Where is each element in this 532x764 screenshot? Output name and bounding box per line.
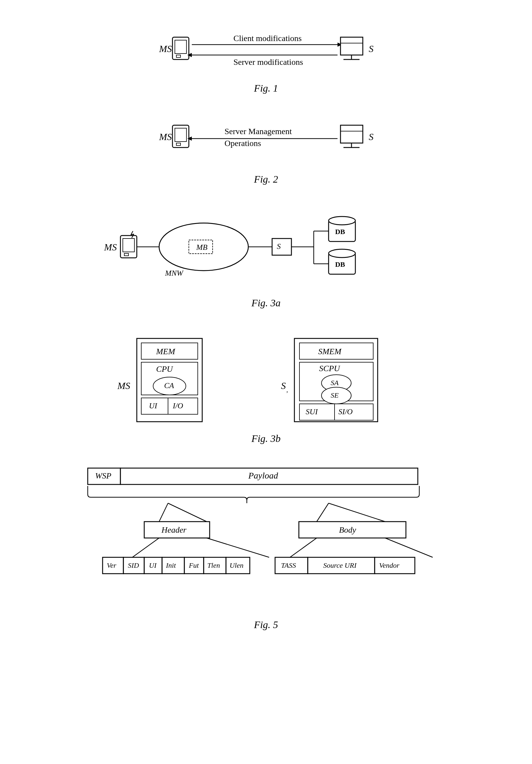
svg-text:MS: MS [159, 131, 172, 142]
svg-rect-2 [175, 40, 186, 54]
svg-text:S: S [369, 131, 374, 142]
svg-text:I/O: I/O [172, 402, 183, 410]
svg-text:Header: Header [161, 525, 186, 534]
svg-text:Payload: Payload [248, 471, 278, 480]
svg-text:MS: MS [117, 380, 130, 391]
fig2-diagram: MS Server Management Operations S [132, 106, 400, 171]
svg-rect-31 [124, 253, 128, 256]
svg-text:Ver: Ver [107, 561, 116, 569]
svg-text:DB: DB [335, 228, 345, 236]
svg-text:MNW: MNW [165, 269, 184, 278]
fig2-caption: Fig. 2 [254, 174, 278, 185]
fig3a-caption: Fig. 3a [251, 297, 280, 309]
fig3b-container: MS MEM CPU CA UI I/O S , S [24, 323, 508, 444]
fig3b-caption: Fig. 3b [251, 433, 280, 444]
svg-text:UI: UI [149, 402, 158, 410]
svg-text:Fut: Fut [189, 561, 199, 569]
svg-text:MEM: MEM [156, 347, 175, 356]
svg-line-85 [159, 503, 168, 522]
svg-text:WSP: WSP [95, 471, 111, 480]
svg-text:Client modifications: Client modifications [234, 34, 301, 43]
svg-line-105 [317, 503, 329, 522]
svg-text:Server Management: Server Management [225, 127, 292, 136]
svg-point-52 [329, 249, 355, 258]
svg-text:MS: MS [104, 242, 117, 253]
fig2-container: MS Server Management Operations S Fig. 2 [24, 106, 508, 185]
svg-text:UI: UI [149, 561, 157, 569]
svg-text:CA: CA [164, 381, 174, 390]
svg-text:SE: SE [331, 391, 339, 399]
svg-text:Tlen: Tlen [207, 561, 220, 569]
svg-text:MS: MS [159, 43, 172, 54]
svg-text:Operations: Operations [225, 138, 261, 148]
svg-rect-30 [123, 239, 134, 252]
svg-line-109 [290, 538, 317, 557]
svg-text:SID: SID [128, 561, 139, 569]
svg-rect-23 [340, 125, 363, 143]
svg-text:SCPU: SCPU [319, 364, 340, 373]
fig3a-diagram: MS MB MNW S [88, 200, 444, 295]
svg-line-90 [207, 538, 269, 557]
svg-text:SMEM: SMEM [318, 347, 342, 356]
svg-line-110 [385, 538, 433, 557]
svg-text:Source URI: Source URI [323, 561, 357, 569]
svg-text:S: S [369, 43, 374, 54]
svg-rect-41 [272, 239, 291, 255]
svg-text:SI/O: SI/O [338, 407, 353, 416]
fig1-container: MS Client modifications Server modificat… [24, 21, 508, 94]
svg-text:Vendor: Vendor [379, 561, 400, 569]
svg-text:MB: MB [196, 243, 208, 252]
svg-line-89 [132, 538, 159, 557]
svg-text:S: S [281, 380, 286, 391]
fig5-diagram: WSP Payload Header Ver SID UI [73, 462, 459, 617]
fig1-diagram: MS Client modifications Server modificat… [132, 21, 400, 80]
fig3a-container: MS MB MNW S [24, 200, 508, 309]
svg-text:TASS: TASS [281, 561, 296, 569]
svg-text:SUI: SUI [306, 407, 318, 416]
svg-line-86 [168, 503, 207, 522]
svg-text:CPU: CPU [156, 364, 173, 374]
svg-text:DB: DB [335, 261, 345, 268]
svg-text:,: , [286, 386, 288, 393]
svg-text:S: S [277, 242, 281, 251]
svg-text:Server modifications: Server modifications [234, 57, 303, 67]
svg-line-106 [329, 503, 385, 522]
svg-text:SA: SA [331, 379, 339, 387]
svg-text:Init: Init [166, 561, 176, 569]
fig5-container: WSP Payload Header Ver SID UI [24, 462, 508, 631]
fig5-caption: Fig. 5 [254, 619, 278, 631]
svg-text:Body: Body [339, 525, 356, 534]
svg-rect-10 [340, 37, 363, 55]
fig1-caption: Fig. 1 [254, 83, 278, 94]
fig3b-diagram: MS MEM CPU CA UI I/O S , S [88, 323, 444, 431]
svg-point-49 [329, 217, 355, 225]
svg-rect-18 [176, 143, 181, 145]
svg-rect-17 [175, 128, 186, 141]
svg-rect-3 [176, 55, 181, 57]
svg-text:Ulen: Ulen [230, 561, 244, 569]
page: MS Client modifications Server modificat… [0, 0, 532, 764]
